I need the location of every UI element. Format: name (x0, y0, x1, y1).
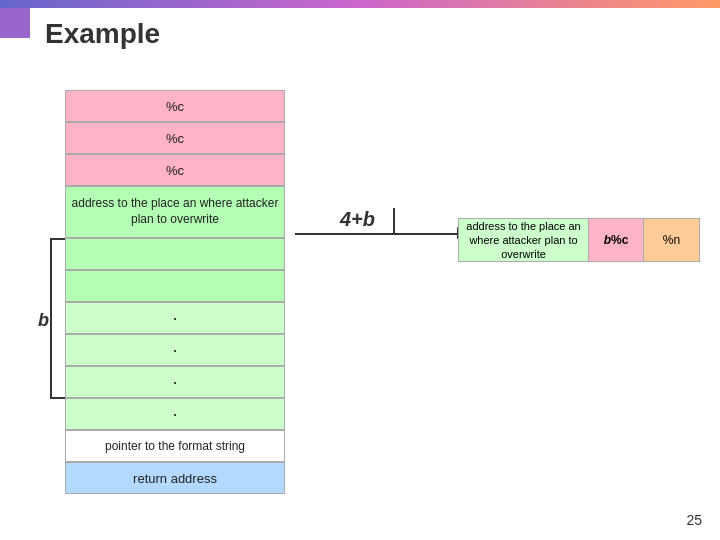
stack-cell-3: %c (65, 154, 285, 186)
right-cell-address: address to the place an where attacker p… (459, 219, 589, 261)
arrow-vertical (393, 208, 395, 233)
stack-cell-ptr: pointer to the format string (65, 430, 285, 462)
right-cell-b-percent-c: b %c (589, 219, 644, 261)
arrow-line (295, 233, 460, 235)
bracket-line (50, 238, 52, 398)
right-cell-percent-n: %n (644, 219, 699, 261)
memory-stack: %c %c %c address to the place an where a… (65, 90, 285, 494)
left-square (0, 8, 30, 38)
stack-cell-5 (65, 238, 285, 270)
four-plus-b-label: 4+b (340, 208, 375, 231)
stack-cell-dot3: · (65, 366, 285, 398)
page-title: Example (45, 18, 160, 50)
stack-cell-dot2: · (65, 334, 285, 366)
top-bar (0, 0, 720, 8)
stack-cell-ret: return address (65, 462, 285, 494)
stack-cell-dot1: · (65, 302, 285, 334)
stack-cell-address: address to the place an where attacker p… (65, 186, 285, 238)
stack-cell-6 (65, 270, 285, 302)
bracket-bottom (50, 397, 65, 399)
stack-cell-1: %c (65, 90, 285, 122)
b-label: b (38, 310, 49, 331)
page-number: 25 (686, 512, 702, 528)
stack-cell-2: %c (65, 122, 285, 154)
bracket-top (50, 238, 65, 240)
right-table: address to the place an where attacker p… (458, 218, 700, 262)
stack-cell-dot4: · (65, 398, 285, 430)
